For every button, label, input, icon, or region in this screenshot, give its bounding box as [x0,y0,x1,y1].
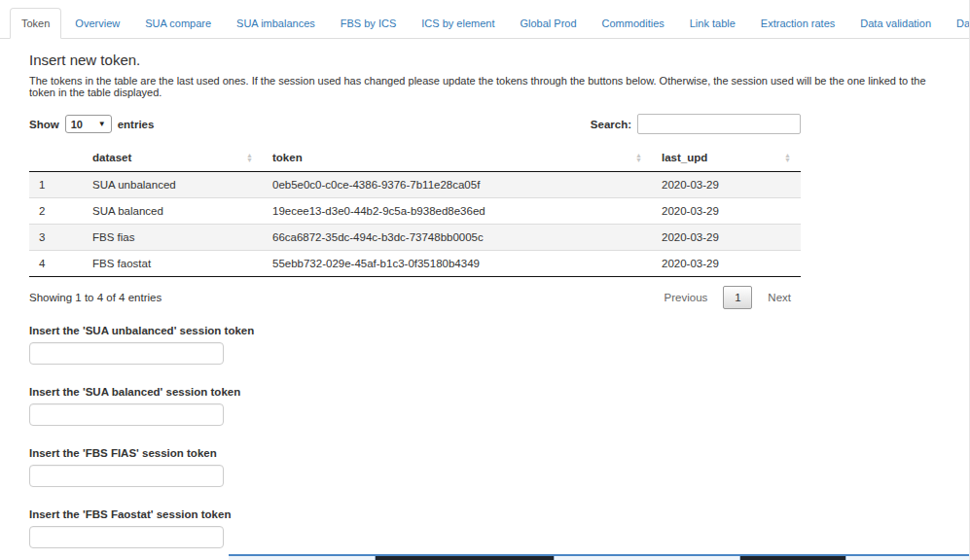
dataset-cell: SUA balanced [83,198,263,225]
token-table: Show 10 ▼ entries Search: dataset [29,114,801,309]
table-row[interactable]: 1 SUA unbalanced 0eb5e0c0-c0ce-4386-9376… [29,172,801,198]
tab-sua-imbalances[interactable]: SUA imbalances [225,8,327,39]
tab-ics-by-element-label[interactable]: ICS by element [410,8,506,39]
token-cell: 0eb5e0c0-c0ce-4386-9376-7b11e28ca05f [263,172,652,198]
chevron-down-icon: ▼ [98,120,106,128]
table-row[interactable]: 3 FBS fias 66ca6872-35dc-494c-b3dc-73748… [29,225,801,251]
search-label: Search: [591,119,631,130]
token-tab-content: Insert new token. The tokens in the tabl… [0,39,969,560]
tab-ics-by-element[interactable]: ICS by element [410,8,506,39]
table-controls: Show 10 ▼ entries Search: [29,114,801,134]
background-window-segment [375,556,555,560]
dataset-cell: SUA unbalanced [83,172,263,198]
intro-description: The tokens in the table are the last use… [29,75,940,98]
fbs-fias-token-label: Insert the 'FBS FIAS' session token [29,447,940,459]
table-header-row: dataset ▲▼ token ▲▼ last_upd ▲▼ [29,144,801,172]
tab-token-label[interactable]: Token [10,8,61,39]
table-info: Showing 1 to 4 of 4 entries [29,292,162,303]
show-label: Show [29,119,59,130]
tab-sua-compare-label[interactable]: SUA compare [133,8,223,39]
row-index: 2 [29,198,83,225]
tab-sua-imbalances-label[interactable]: SUA imbalances [225,8,327,39]
previous-page-button[interactable]: Previous [655,287,718,308]
sua-unbalanced-token-input[interactable] [29,342,224,365]
entries-label: entries [118,119,155,130]
background-window-edge [229,554,969,560]
column-header-last-upd-label: last_upd [662,152,707,163]
sort-icon[interactable]: ▲▼ [784,153,791,162]
tab-fbs-by-ics-label[interactable]: FBS by ICS [329,8,408,39]
page-title: Insert new token. [29,52,940,68]
next-page-button[interactable]: Next [758,287,801,308]
current-page-button[interactable]: 1 [723,286,752,309]
tab-fbs-by-ics[interactable]: FBS by ICS [329,8,408,39]
row-index: 3 [29,225,83,251]
background-window-segment [739,556,846,560]
tab-token[interactable]: Token [10,8,61,39]
fbs-faostat-token-input[interactable] [29,526,224,548]
fbs-fias-token-group: Insert the 'FBS FIAS' session token [29,447,940,487]
column-header-dataset[interactable]: dataset ▲▼ [83,144,263,172]
tab-global-prod-label[interactable]: Global Prod [508,8,588,39]
sort-icon[interactable]: ▲▼ [246,153,253,162]
last-upd-cell: 2020-03-29 [652,198,801,225]
token-cell: 55ebb732-029e-45af-b1c3-0f35180b4349 [263,251,652,277]
sua-balanced-token-group: Insert the 'SUA balanced' session token [29,386,940,426]
token-cell: 66ca6872-35dc-494c-b3dc-73748bb0005c [263,225,652,251]
tab-link-table[interactable]: Link table [678,8,747,39]
table-footer: Showing 1 to 4 of 4 entries Previous 1 N… [29,286,801,309]
row-index: 1 [29,172,83,198]
tab-global-prod[interactable]: Global Prod [508,8,588,39]
tab-data-update[interactable]: Data update [945,8,970,39]
sua-unbalanced-token-group: Insert the 'SUA unbalanced' session toke… [29,325,940,365]
search-input[interactable] [637,114,801,134]
column-header-token-label: token [272,152,303,163]
column-header-dataset-label: dataset [92,152,131,163]
table-row[interactable]: 4 FBS faostat 55ebb732-029e-45af-b1c3-0f… [29,251,801,277]
tab-commodities-label[interactable]: Commodities [591,8,676,39]
tab-extraction-rates-label[interactable]: Extraction rates [749,8,846,39]
sua-balanced-token-input[interactable] [29,403,224,426]
search-control: Search: [591,114,801,134]
tab-overview[interactable]: Overview [63,8,131,39]
column-header-token[interactable]: token ▲▼ [263,144,652,172]
tab-data-validation-label[interactable]: Data validation [848,8,943,39]
column-header-index [29,144,83,172]
token-cell: 19ecee13-d3e0-44b2-9c5a-b938ed8e36ed [263,198,652,225]
sua-unbalanced-token-label: Insert the 'SUA unbalanced' session toke… [29,325,940,336]
fbs-fias-token-input[interactable] [29,465,224,487]
fbs-faostat-token-label: Insert the 'FBS Faostat' session token [29,508,940,520]
page-length-control: Show 10 ▼ entries [29,115,154,133]
fbs-faostat-token-group: Insert the 'FBS Faostat' session token [29,508,940,548]
last-upd-cell: 2020-03-29 [652,225,801,251]
page-length-select[interactable]: 10 ▼ [65,115,112,133]
tab-overview-label[interactable]: Overview [63,8,131,39]
tab-data-validation[interactable]: Data validation [848,8,943,39]
tab-link-table-label[interactable]: Link table [678,8,747,39]
tab-extraction-rates[interactable]: Extraction rates [749,8,846,39]
tokens-data-table: dataset ▲▼ token ▲▼ last_upd ▲▼ [29,144,801,277]
sort-icon[interactable]: ▲▼ [635,153,642,162]
tab-data-update-label[interactable]: Data update [945,8,970,39]
tab-commodities[interactable]: Commodities [591,8,676,39]
row-index: 4 [29,251,83,277]
dataset-cell: FBS fias [83,225,263,251]
tab-sua-compare[interactable]: SUA compare [133,8,223,39]
sua-balanced-token-label: Insert the 'SUA balanced' session token [29,386,940,398]
column-header-last-upd[interactable]: last_upd ▲▼ [652,144,801,172]
pagination: Previous 1 Next [655,286,801,309]
last-upd-cell: 2020-03-29 [652,251,801,277]
page-length-value: 10 [71,119,83,130]
dataset-cell: FBS faostat [83,251,263,277]
last-upd-cell: 2020-03-29 [652,172,801,198]
tab-bar: Token Overview SUA compare SUA imbalance… [0,0,969,39]
table-row[interactable]: 2 SUA balanced 19ecee13-d3e0-44b2-9c5a-b… [29,198,801,225]
token-form: Insert the 'SUA unbalanced' session toke… [29,325,940,560]
